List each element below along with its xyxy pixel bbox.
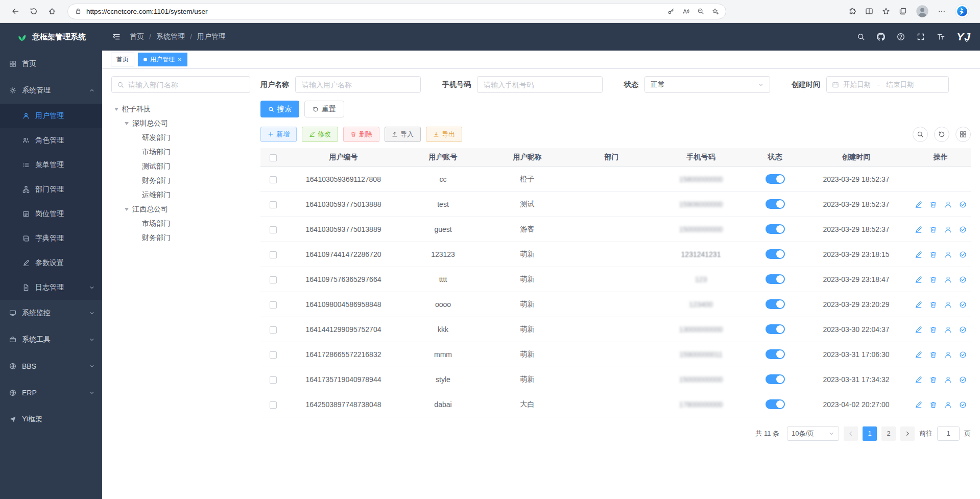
reset-password-icon[interactable] <box>944 351 952 359</box>
tree-expand-icon[interactable] <box>125 122 129 125</box>
assign-role-icon[interactable] <box>959 251 967 258</box>
sidebar-item-yi-framework[interactable]: Yi框架 <box>0 406 102 433</box>
status-toggle[interactable] <box>766 224 785 234</box>
row-checkbox[interactable] <box>270 376 277 384</box>
status-toggle[interactable] <box>766 249 785 259</box>
more-button[interactable] <box>938 7 946 15</box>
import-button[interactable]: 导入 <box>385 127 421 142</box>
help-button[interactable] <box>897 33 905 41</box>
edit-icon[interactable] <box>915 251 922 258</box>
reset-password-icon[interactable] <box>944 251 952 258</box>
sidebar-item-system-tools[interactable]: 系统工具 <box>0 326 102 353</box>
reset-password-icon[interactable] <box>944 301 952 308</box>
edit-icon[interactable] <box>915 226 922 233</box>
sidebar-item-role-management[interactable]: 角色管理 <box>0 128 102 153</box>
tree-node-leaf[interactable]: 运维部门 <box>111 188 250 202</box>
delete-icon[interactable] <box>929 301 937 308</box>
profile-button[interactable] <box>916 5 929 18</box>
url-text[interactable]: https://ccnetcore.com:1101/system/user <box>86 8 663 15</box>
sidebar-item-log-management[interactable]: 日志管理 <box>0 275 102 300</box>
delete-icon[interactable] <box>929 401 937 409</box>
sidebar-item-menu-management[interactable]: 菜单管理 <box>0 153 102 177</box>
font-size-button[interactable] <box>937 33 945 41</box>
status-toggle[interactable] <box>766 374 785 384</box>
sidebar-item-dept-management[interactable]: 部门管理 <box>0 177 102 202</box>
assign-role-icon[interactable] <box>959 226 967 233</box>
page-2-button[interactable]: 2 <box>881 426 896 441</box>
refresh-table-button[interactable] <box>934 127 949 142</box>
sidebar-item-param-settings[interactable]: 参数设置 <box>0 251 102 275</box>
add-favorite-button[interactable] <box>712 8 719 15</box>
row-checkbox[interactable] <box>270 351 277 359</box>
tree-node-branch[interactable]: 江西总公司 <box>111 202 250 217</box>
delete-icon[interactable] <box>929 226 937 233</box>
status-toggle[interactable] <box>766 324 785 334</box>
search-button[interactable]: 搜索 <box>260 101 299 117</box>
sidebar-item-user-management[interactable]: 用户管理 <box>0 104 102 128</box>
edit-icon[interactable] <box>915 276 922 283</box>
row-checkbox[interactable] <box>270 326 277 334</box>
assign-role-icon[interactable] <box>959 401 967 409</box>
address-bar[interactable]: https://ccnetcore.com:1101/system/user <box>67 4 726 19</box>
tree-node-leaf[interactable]: 研发部门 <box>111 131 250 145</box>
copilot-button[interactable] <box>954 4 970 19</box>
column-visibility-button[interactable] <box>955 127 971 142</box>
reset-password-icon[interactable] <box>944 201 952 208</box>
tree-node-leaf[interactable]: 财务部门 <box>111 174 250 188</box>
edit-icon[interactable] <box>915 326 922 334</box>
refresh-button[interactable] <box>26 3 42 19</box>
page-1-button[interactable]: 1 <box>863 426 877 441</box>
delete-icon[interactable] <box>929 376 937 384</box>
sidebar-item-system-management[interactable]: 系统管理 <box>0 77 102 104</box>
tree-node-leaf[interactable]: 测试部门 <box>111 159 250 174</box>
row-checkbox[interactable] <box>270 251 277 258</box>
sidebar-item-system-monitor[interactable]: 系统监控 <box>0 300 102 326</box>
date-range-picker[interactable]: 开始日期 - 结束日期 <box>826 76 949 93</box>
phone-input[interactable] <box>477 76 603 93</box>
reset-password-icon[interactable] <box>944 326 952 334</box>
tree-node-branch[interactable]: 深圳总公司 <box>111 116 250 131</box>
add-button[interactable]: 新增 <box>260 127 297 142</box>
assign-role-icon[interactable] <box>959 276 967 283</box>
back-button[interactable] <box>7 3 23 19</box>
select-all-checkbox[interactable] <box>270 154 277 161</box>
tree-node-leaf[interactable]: 市场部门 <box>111 145 250 159</box>
extensions-button[interactable] <box>848 7 856 15</box>
sidebar-item-erp[interactable]: ERP <box>0 379 102 406</box>
breadcrumb-item-system[interactable]: 系统管理 <box>156 32 185 41</box>
edit-button[interactable]: 修改 <box>302 127 338 142</box>
status-select[interactable]: 正常 <box>644 76 770 93</box>
username-input[interactable] <box>295 76 421 93</box>
row-checkbox[interactable] <box>270 401 277 409</box>
export-button[interactable]: 导出 <box>426 127 462 142</box>
tree-node-leaf[interactable]: 市场部门 <box>111 217 250 231</box>
status-toggle[interactable] <box>766 174 785 184</box>
edit-icon[interactable] <box>915 301 922 308</box>
tree-node-root[interactable]: 橙子科技 <box>111 102 250 116</box>
dept-search-input[interactable] <box>128 81 245 89</box>
status-toggle[interactable] <box>766 349 785 359</box>
tab-user-management[interactable]: 用户管理 × <box>138 53 187 66</box>
reset-button[interactable]: 重置 <box>304 101 344 117</box>
home-button[interactable] <box>44 3 60 19</box>
row-checkbox[interactable] <box>270 226 277 233</box>
edit-icon[interactable] <box>915 201 922 208</box>
assign-role-icon[interactable] <box>959 301 967 308</box>
close-icon[interactable]: × <box>178 56 182 63</box>
delete-icon[interactable] <box>929 201 937 208</box>
tree-node-leaf[interactable]: 财务部门 <box>111 231 250 245</box>
collapse-sidebar-button[interactable] <box>112 33 121 41</box>
edit-icon[interactable] <box>915 401 922 409</box>
status-toggle[interactable] <box>766 299 785 309</box>
breadcrumb-item-home[interactable]: 首页 <box>130 32 144 41</box>
assign-role-icon[interactable] <box>959 376 967 384</box>
row-checkbox[interactable] <box>270 276 277 283</box>
status-toggle[interactable] <box>766 399 785 409</box>
goto-page-input[interactable] <box>937 426 960 441</box>
collections-button[interactable] <box>899 7 907 15</box>
header-search-button[interactable] <box>857 33 865 41</box>
reset-password-icon[interactable] <box>944 401 952 409</box>
read-aloud-button[interactable] <box>682 8 689 15</box>
delete-button[interactable]: 删除 <box>343 127 379 142</box>
edit-icon[interactable] <box>915 351 922 359</box>
